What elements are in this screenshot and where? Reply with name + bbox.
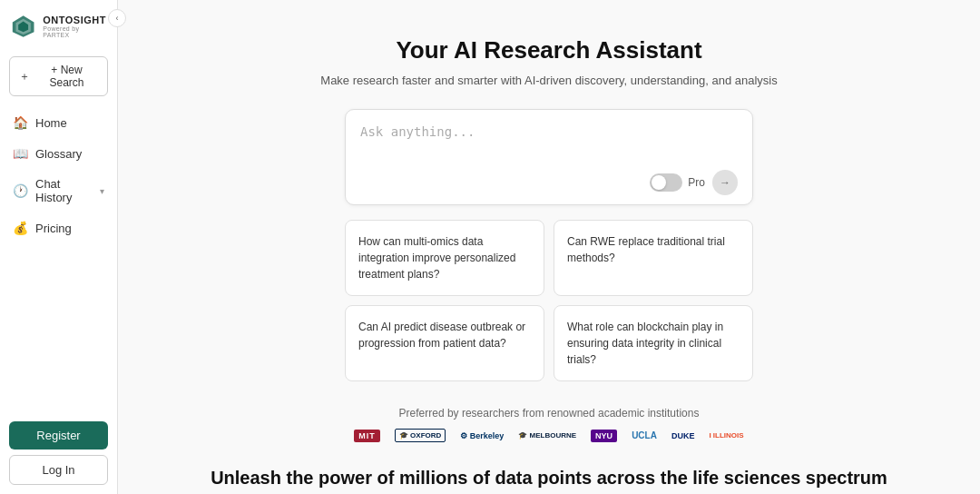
pro-toggle-container: Pro — [650, 173, 705, 192]
suggestion-text: Can AI predict disease outbreak or progr… — [358, 321, 525, 350]
send-button[interactable]: → — [712, 170, 738, 195]
logo-title: ONTOSIGHT — [43, 15, 106, 25]
illinois-logo: I ILLINOIS — [709, 431, 743, 440]
sidebar-item-label: Glossary — [35, 147, 82, 161]
search-footer: Pro → — [360, 170, 738, 195]
sidebar-item-label: Chat History — [35, 177, 93, 204]
sidebar-item-glossary[interactable]: 📖 Glossary — [0, 138, 117, 169]
new-search-label: + New Search — [35, 64, 98, 89]
send-icon: → — [720, 176, 730, 189]
berkeley-logo: ⚙ Berkeley — [460, 431, 504, 440]
sidebar-item-label: Home — [35, 116, 67, 130]
chat-history-icon: 🕐 — [13, 183, 28, 198]
ontosight-logo-icon — [11, 13, 35, 40]
suggestion-card-1[interactable]: How can multi-omics data integration imp… — [345, 220, 544, 296]
sidebar-bottom: Register Log In — [0, 412, 117, 494]
melbourne-logo: 🎓 MELBOURNE — [518, 431, 576, 440]
suggestion-text: How can multi-omics data integration imp… — [358, 235, 515, 281]
main-content: Your AI Research Assistant Make research… — [118, 0, 980, 494]
suggestion-text: Can RWE replace traditional trial method… — [567, 235, 725, 264]
oxford-logo: 🎓 OXFORD — [395, 429, 446, 442]
suggestion-card-4[interactable]: What role can blockchain play in ensurin… — [554, 305, 753, 381]
sidebar-item-label: Pricing — [35, 222, 72, 235]
bottom-title: Unleash the power of millions of data po… — [211, 468, 887, 489]
sidebar-item-home[interactable]: 🏠 Home — [0, 107, 117, 138]
home-icon: 🏠 — [13, 115, 28, 130]
logo: ONTOSIGHT Powered by PARTEX — [0, 0, 117, 49]
plus-icon: ＋ — [19, 69, 30, 84]
sidebar: ONTOSIGHT Powered by PARTEX ‹ ＋ + New Se… — [0, 0, 118, 494]
new-search-button[interactable]: ＋ + New Search — [9, 56, 108, 96]
suggestion-grid: How can multi-omics data integration imp… — [345, 220, 753, 381]
mit-logo: MIT — [354, 430, 380, 442]
search-box: Pro → — [345, 109, 753, 205]
duke-logo: DUKE — [671, 431, 695, 440]
suggestion-card-2[interactable]: Can RWE replace traditional trial method… — [554, 220, 753, 296]
register-button[interactable]: Register — [9, 421, 108, 450]
page-title: Your AI Research Assistant — [396, 36, 701, 64]
toggle-knob — [652, 175, 666, 190]
nyu-logo: NYU — [591, 430, 617, 442]
institutions-logos: MIT 🎓 OXFORD ⚙ Berkeley 🎓 MELBOURNE NYU … — [354, 429, 743, 442]
sidebar-item-pricing[interactable]: 💰 Pricing — [0, 212, 117, 243]
pricing-icon: 💰 — [13, 221, 28, 235]
ucla-logo: UCLA — [632, 430, 657, 440]
search-input[interactable] — [360, 124, 738, 161]
chevron-down-icon: ▾ — [100, 186, 104, 196]
glossary-icon: 📖 — [13, 146, 28, 161]
pro-toggle-label: Pro — [688, 176, 705, 189]
pro-toggle[interactable] — [650, 173, 682, 192]
sidebar-item-chat-history[interactable]: 🕐 Chat History ▾ — [0, 169, 117, 212]
page-subtitle: Make research faster and smarter with AI… — [320, 74, 777, 87]
institutions-label: Preferred by researchers from renowned a… — [399, 407, 700, 420]
sidebar-nav: 🏠 Home 📖 Glossary 🕐 Chat History ▾ 💰 Pri… — [0, 107, 117, 243]
logo-subtitle: Powered by PARTEX — [43, 25, 106, 38]
suggestion-text: What role can blockchain play in ensurin… — [567, 321, 723, 366]
suggestion-card-3[interactable]: Can AI predict disease outbreak or progr… — [345, 305, 544, 381]
login-button[interactable]: Log In — [9, 455, 108, 485]
sidebar-collapse-button[interactable]: ‹ — [108, 9, 126, 27]
